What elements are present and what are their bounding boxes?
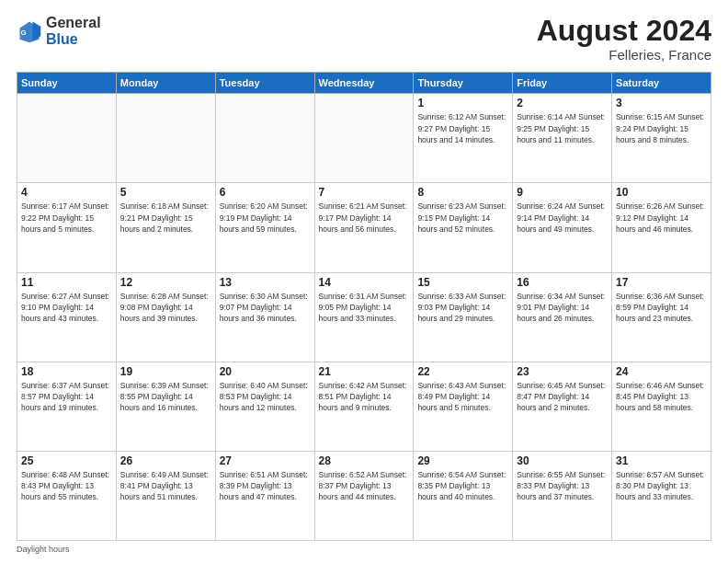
day-number: 30 [517,454,608,467]
day-info: Sunrise: 6:54 AM Sunset: 8:35 PM Dayligh… [417,469,508,503]
svg-marker-2 [33,22,41,41]
title-month: August 2024 [537,15,711,47]
calendar-cell [314,94,414,183]
day-info: Sunrise: 6:42 AM Sunset: 8:51 PM Dayligh… [319,380,410,414]
day-info: Sunrise: 6:20 AM Sunset: 9:19 PM Dayligh… [220,201,311,235]
day-number: 2 [517,97,608,109]
calendar-cell: 24Sunrise: 6:46 AM Sunset: 8:45 PM Dayli… [612,362,711,451]
day-number: 19 [120,365,211,378]
day-number: 3 [616,97,707,109]
day-info: Sunrise: 6:30 AM Sunset: 9:07 PM Dayligh… [220,291,311,325]
calendar-day-header: Wednesday [314,73,414,94]
calendar-week-row: 11Sunrise: 6:27 AM Sunset: 9:10 PM Dayli… [17,272,711,362]
day-number: 17 [616,276,707,289]
day-info: Sunrise: 6:12 AM Sunset: 9:27 PM Dayligh… [417,111,508,145]
day-number: 4 [21,186,112,199]
title-block: August 2024 Felleries, France [537,15,711,63]
day-number: 23 [517,365,608,378]
footer-note: Daylight hours [17,545,711,554]
day-info: Sunrise: 6:18 AM Sunset: 9:21 PM Dayligh… [120,201,211,235]
day-info: Sunrise: 6:49 AM Sunset: 8:41 PM Dayligh… [120,469,211,503]
day-info: Sunrise: 6:43 AM Sunset: 8:49 PM Dayligh… [417,380,508,414]
day-number: 29 [417,454,508,467]
calendar-day-header: Friday [513,73,612,94]
header: G General Blue August 2024 Felleries, Fr… [17,15,711,63]
day-number: 16 [517,276,608,289]
calendar-week-row: 1Sunrise: 6:12 AM Sunset: 9:27 PM Daylig… [17,94,711,183]
calendar-cell: 21Sunrise: 6:42 AM Sunset: 8:51 PM Dayli… [314,362,414,451]
day-number: 31 [616,454,707,467]
calendar-week-row: 4Sunrise: 6:17 AM Sunset: 9:22 PM Daylig… [17,183,711,272]
calendar-table: SundayMondayTuesdayWednesdayThursdayFrid… [17,72,711,541]
day-number: 5 [120,186,211,199]
day-info: Sunrise: 6:21 AM Sunset: 9:17 PM Dayligh… [319,201,410,235]
calendar-cell: 7Sunrise: 6:21 AM Sunset: 9:17 PM Daylig… [314,183,414,272]
day-info: Sunrise: 6:37 AM Sunset: 8:57 PM Dayligh… [21,380,112,414]
day-info: Sunrise: 6:24 AM Sunset: 9:14 PM Dayligh… [517,201,608,235]
day-info: Sunrise: 6:23 AM Sunset: 9:15 PM Dayligh… [417,201,508,235]
day-number: 21 [319,365,410,378]
calendar-day-header: Thursday [414,73,513,94]
calendar-cell: 13Sunrise: 6:30 AM Sunset: 9:07 PM Dayli… [215,272,314,362]
calendar-cell: 27Sunrise: 6:51 AM Sunset: 8:39 PM Dayli… [215,451,314,540]
day-number: 22 [417,365,508,378]
calendar-day-header: Tuesday [215,73,314,94]
calendar-cell: 8Sunrise: 6:23 AM Sunset: 9:15 PM Daylig… [414,183,513,272]
day-info: Sunrise: 6:51 AM Sunset: 8:39 PM Dayligh… [220,469,311,503]
day-number: 6 [220,186,311,199]
day-info: Sunrise: 6:17 AM Sunset: 9:22 PM Dayligh… [21,201,112,235]
day-number: 24 [616,365,707,378]
day-number: 26 [120,454,211,467]
day-info: Sunrise: 6:46 AM Sunset: 8:45 PM Dayligh… [616,380,707,414]
day-info: Sunrise: 6:14 AM Sunset: 9:25 PM Dayligh… [517,111,608,145]
calendar-cell [116,94,215,183]
logo-general: General [46,15,101,30]
day-number: 8 [417,186,508,199]
calendar-week-row: 25Sunrise: 6:48 AM Sunset: 8:43 PM Dayli… [17,451,711,540]
calendar-cell: 22Sunrise: 6:43 AM Sunset: 8:49 PM Dayli… [414,362,513,451]
logo-blue: Blue [46,31,78,47]
day-number: 18 [21,365,112,378]
day-info: Sunrise: 6:33 AM Sunset: 9:03 PM Dayligh… [417,291,508,325]
calendar-cell: 15Sunrise: 6:33 AM Sunset: 9:03 PM Dayli… [414,272,513,362]
logo: G General Blue [17,15,101,48]
calendar-cell: 28Sunrise: 6:52 AM Sunset: 8:37 PM Dayli… [314,451,414,540]
day-number: 28 [319,454,410,467]
day-number: 20 [220,365,311,378]
calendar-cell: 5Sunrise: 6:18 AM Sunset: 9:21 PM Daylig… [116,183,215,272]
day-info: Sunrise: 6:36 AM Sunset: 8:59 PM Dayligh… [616,291,707,325]
calendar-cell: 12Sunrise: 6:28 AM Sunset: 9:08 PM Dayli… [116,272,215,362]
day-number: 14 [319,276,410,289]
calendar-cell: 6Sunrise: 6:20 AM Sunset: 9:19 PM Daylig… [215,183,314,272]
day-info: Sunrise: 6:55 AM Sunset: 8:33 PM Dayligh… [517,469,608,503]
day-info: Sunrise: 6:40 AM Sunset: 8:53 PM Dayligh… [220,380,311,414]
day-number: 15 [417,276,508,289]
day-info: Sunrise: 6:28 AM Sunset: 9:08 PM Dayligh… [120,291,211,325]
day-number: 12 [120,276,211,289]
calendar-cell: 11Sunrise: 6:27 AM Sunset: 9:10 PM Dayli… [17,272,117,362]
calendar-day-header: Saturday [612,73,711,94]
calendar-cell [17,94,117,183]
calendar-cell [215,94,314,183]
calendar-cell: 9Sunrise: 6:24 AM Sunset: 9:14 PM Daylig… [513,183,612,272]
day-number: 9 [517,186,608,199]
day-info: Sunrise: 6:45 AM Sunset: 8:47 PM Dayligh… [517,380,608,414]
day-info: Sunrise: 6:15 AM Sunset: 9:24 PM Dayligh… [616,111,707,145]
calendar-cell: 19Sunrise: 6:39 AM Sunset: 8:55 PM Dayli… [116,362,215,451]
calendar-cell: 18Sunrise: 6:37 AM Sunset: 8:57 PM Dayli… [17,362,117,451]
calendar-day-header: Sunday [17,73,117,94]
calendar-cell: 3Sunrise: 6:15 AM Sunset: 9:24 PM Daylig… [612,94,711,183]
day-number: 7 [319,186,410,199]
calendar-cell: 25Sunrise: 6:48 AM Sunset: 8:43 PM Dayli… [17,451,117,540]
day-number: 11 [21,276,112,289]
day-info: Sunrise: 6:48 AM Sunset: 8:43 PM Dayligh… [21,469,112,503]
calendar-cell: 16Sunrise: 6:34 AM Sunset: 9:01 PM Dayli… [513,272,612,362]
logo-text: General Blue [46,15,101,48]
calendar-cell: 30Sunrise: 6:55 AM Sunset: 8:33 PM Dayli… [513,451,612,540]
calendar-cell: 4Sunrise: 6:17 AM Sunset: 9:22 PM Daylig… [17,183,117,272]
footer-note-text: Daylight hours [17,545,70,554]
day-number: 10 [616,186,707,199]
generalblue-logo-icon: G [17,18,42,44]
day-number: 13 [220,276,311,289]
calendar-cell: 29Sunrise: 6:54 AM Sunset: 8:35 PM Dayli… [414,451,513,540]
